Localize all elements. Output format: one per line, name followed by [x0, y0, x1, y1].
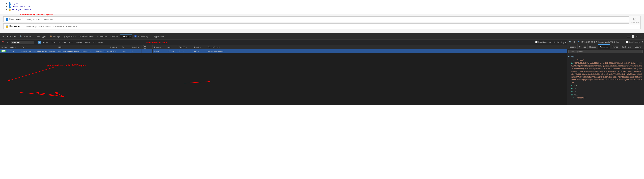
filter-other[interactable]: Other [98, 41, 104, 43]
filter-fonts[interactable]: Fonts [68, 41, 74, 43]
username-input[interactable] [26, 18, 638, 20]
filter-all[interactable]: All [38, 41, 41, 43]
filter-separator-1: | [36, 41, 36, 43]
tab-application[interactable]: □ Application [150, 35, 165, 38]
page-content: 👤 Log in 👤 Create new account 🔒 Reset yo… [0, 0, 644, 14]
throttling-right[interactable]: ⚙ [641, 41, 643, 43]
nav-links: 👤 Log in 👤 Create new account 🔒 Reset yo… [3, 2, 641, 11]
password-input[interactable] [26, 25, 638, 28]
filter-ws-right[interactable]: WS [610, 41, 614, 43]
col-protocol: Protocol [109, 45, 121, 49]
throttling-select[interactable]: No throttling ▾ [554, 41, 566, 43]
filter-properties-input[interactable] [568, 50, 643, 53]
password-row: 🔒 Password * [3, 23, 641, 29]
filter-all-active[interactable]: All [578, 41, 580, 43]
filter-other-right[interactable]: Other [614, 41, 619, 43]
right-filter-btn[interactable]: ⊝ [572, 40, 576, 44]
tab-dom[interactable]: <> DOM [109, 35, 120, 38]
username-label: 👤 Username * [6, 18, 26, 20]
json-key-4: 4: null [571, 87, 643, 90]
form-section: filter request by "reload" keyword 👤 Use… [0, 14, 644, 33]
right-search-btn[interactable]: 🔍 [568, 40, 572, 44]
row-cookies: 1 [131, 49, 142, 53]
pause-network-btn[interactable]: ⏸ [6, 41, 10, 44]
clear-network-btn[interactable]: 🚫 [1, 41, 5, 44]
filter-media-right[interactable]: Media [605, 41, 610, 43]
tab-network[interactable]: ↕ Network [120, 34, 132, 38]
filter-xhr-right[interactable]: XHR [594, 41, 598, 43]
tab-timings[interactable]: Timings [610, 44, 620, 49]
tab-storage-label: Storage [53, 35, 60, 38]
nav-link-item: 👤 Log in [8, 2, 641, 5]
tab-security[interactable]: Security [633, 44, 643, 49]
filter-css-right[interactable]: CSS [586, 41, 590, 43]
devtools-undock-btn[interactable]: ⧉ [636, 34, 639, 38]
disable-cache-right: Disable cache [626, 41, 640, 43]
col-transfer: Transfer... [152, 45, 166, 49]
filter-images[interactable]: Images [75, 41, 83, 43]
tab-performance[interactable]: ⏱ Performance [78, 35, 95, 38]
col-method: Method [8, 45, 20, 49]
network-icon: ↕ [122, 36, 123, 38]
col-size: Size [166, 45, 178, 49]
devtools-expand-btn[interactable]: ⬜ [631, 35, 635, 38]
disable-cache-check-right[interactable] [626, 41, 628, 43]
col-file: File [20, 45, 57, 49]
tab-storage[interactable]: 📦 Storage [48, 35, 62, 38]
table-row[interactable]: 200 POST reload?k=6LccJngUAAAAId7HeTTysI… [0, 49, 567, 53]
json-key-1: 1: "03AGdBZp2bCXNe4pc1o5Zklt4cyA/VBKZjPP… [571, 62, 643, 84]
recaptcha-footer: Privacy Terms [630, 22, 639, 23]
tab-console[interactable]: ▶ Console [5, 35, 18, 38]
row-protocol: HTTP/2 [109, 49, 121, 53]
tab-response[interactable]: Response [598, 44, 610, 49]
devtools-settings-btn[interactable]: ⚙ [1, 35, 5, 38]
col-cookies: Cookies [131, 45, 142, 49]
accessibility-icon: ♿ [134, 35, 137, 37]
devtools-close-btn[interactable]: ✕ [639, 35, 643, 38]
network-table-header: Status Method File URL Protocol Type Coo… [0, 45, 567, 49]
url-filter-input[interactable] [10, 41, 34, 44]
devtools-wrapper: ⚙ ▶ Console 🔍 Inspector ⚙ Debugger 📦 Sto… [0, 33, 644, 105]
filter-annotation: filter request by "reload" keyword [20, 13, 53, 16]
tab-memory[interactable]: ◎ Memory [96, 35, 108, 38]
login-link[interactable]: Log in [12, 2, 18, 5]
login-icon: 👤 [8, 2, 11, 5]
lock-icon: 🔒 [6, 25, 8, 28]
filter-html-right[interactable]: HTML [580, 41, 586, 43]
tab-headers[interactable]: Headers [567, 44, 578, 49]
col-cache: Cache-Control [206, 45, 567, 49]
tab-inspector[interactable]: 🔍 Inspector [18, 35, 33, 38]
style-editor-icon: {} [64, 35, 65, 37]
tab-style-editor[interactable]: {} Style Editor [62, 35, 78, 38]
filter-js-right[interactable]: JS [591, 41, 593, 43]
row-method: POST [8, 49, 20, 53]
tab-accessibility[interactable]: ♿ Accessibility [133, 35, 150, 38]
response-content[interactable]: ▼ JSON ▶ 0: "rresp" 1: "03AGdBZp2bCXNe4p… [567, 54, 644, 105]
tab-request[interactable]: Request [588, 44, 598, 49]
row-type: json [121, 49, 131, 53]
username-required: * [22, 18, 23, 20]
filter-ws[interactable]: WS [92, 41, 96, 43]
filter-images-right[interactable]: Images [598, 41, 604, 43]
tab-debugger[interactable]: ⚙ Debugger [33, 35, 48, 38]
tab-stack-trace[interactable]: Stack Trace [620, 44, 633, 49]
reset-password-link[interactable]: Reset your password [12, 8, 32, 11]
recaptcha-widget: ☑ Privacy Terms [629, 15, 641, 25]
filter-js[interactable]: JS [56, 41, 60, 43]
json-tree: ▼ JSON ▶ 0: "rresp" 1: "03AGdBZp2bCXNe4p… [568, 56, 643, 99]
dom-icon: <> [110, 35, 113, 37]
tab-cookies[interactable]: Cookies [578, 44, 588, 49]
filter-xhr[interactable]: XHR [62, 41, 67, 43]
filter-properties-bar [567, 49, 644, 54]
devtools-minimize-btn[interactable]: ▬ [626, 35, 630, 38]
right-search-bar: 🔍 ⊝ | All HTML CSS JS XHR Images Media W… [567, 40, 644, 44]
filter-css[interactable]: CSS [50, 41, 56, 43]
row-set-cookies [142, 49, 152, 53]
create-account-link[interactable]: Create new account [12, 5, 31, 8]
user-icon: 👤 [6, 18, 8, 20]
row-file: reload?k=6LccJngUAAAAId7HeTTysIgQL_M... [20, 49, 57, 53]
filter-media[interactable]: Media [84, 41, 91, 43]
disable-cache-checkbox[interactable] [535, 41, 538, 43]
filter-html[interactable]: HTML [42, 41, 49, 43]
col-duration: Duration [193, 45, 206, 49]
